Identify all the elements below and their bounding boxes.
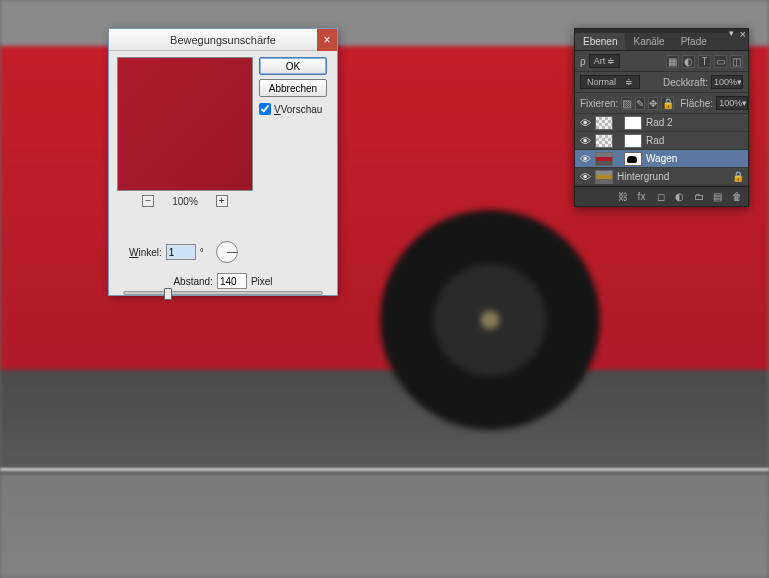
adjustment-icon[interactable]: ◐ xyxy=(673,190,686,203)
panel-head[interactable]: ▾ × xyxy=(575,29,748,33)
lock-pixels-icon[interactable]: ✎ xyxy=(635,97,645,110)
opacity-input[interactable]: 100%▾ xyxy=(711,75,743,89)
motion-blur-dialog: Bewegungsunschärfe × − 100% + OK Abbrech… xyxy=(108,28,338,296)
dialog-close-button[interactable]: × xyxy=(317,29,337,51)
dialog-title-text: Bewegungsunschärfe xyxy=(170,34,276,46)
visibility-icon[interactable]: 👁 xyxy=(579,153,591,165)
tab-layers[interactable]: Ebenen xyxy=(575,33,625,50)
tab-channels[interactable]: Kanäle xyxy=(625,33,672,50)
fill-label: Fläche: xyxy=(680,98,713,109)
angle-input[interactable] xyxy=(166,244,196,260)
visibility-icon[interactable]: 👁 xyxy=(579,117,591,129)
panel-tabs: Ebenen Kanäle Pfade xyxy=(575,33,748,51)
zoom-level-label: 100% xyxy=(172,196,198,207)
canvas-road-line xyxy=(0,468,769,471)
lock-position-icon[interactable]: ✥ xyxy=(648,97,658,110)
search-icon: ρ xyxy=(580,56,586,67)
layer-thumb[interactable] xyxy=(595,134,613,148)
filter-type-icon[interactable]: T xyxy=(698,55,711,68)
layers-panel: ▾ × Ebenen Kanäle Pfade ρ Art≑ ▦ ◐ T ▭ ◫… xyxy=(574,28,749,207)
new-layer-icon[interactable]: ▤ xyxy=(711,190,724,203)
panel-collapse-icon[interactable]: ▾ xyxy=(729,28,734,38)
layer-row[interactable]: 👁 Wagen xyxy=(575,150,748,168)
lock-all-icon[interactable]: 🔒 xyxy=(661,97,674,110)
filter-shape-icon[interactable]: ▭ xyxy=(714,55,727,68)
layer-name[interactable]: Wagen xyxy=(646,153,677,164)
angle-label: Winkel: xyxy=(129,247,162,258)
link-layers-icon[interactable]: ⛓ xyxy=(616,190,629,203)
filter-type-select[interactable]: Art≑ xyxy=(589,54,621,68)
layer-row[interactable]: 👁 Hintergrund 🔒 xyxy=(575,168,748,186)
layer-name[interactable]: Rad 2 xyxy=(646,117,673,128)
lock-transparency-icon[interactable]: ▨ xyxy=(621,97,632,110)
zoom-in-button[interactable]: + xyxy=(216,195,228,207)
layer-thumb[interactable] xyxy=(595,170,613,184)
layer-mask-thumb[interactable] xyxy=(624,152,642,166)
panel-close-icon[interactable]: × xyxy=(740,28,746,40)
panel-footer: ⛓ fx ◻ ◐ 🗀 ▤ 🗑 xyxy=(575,186,748,206)
dialog-titlebar[interactable]: Bewegungsunschärfe × xyxy=(109,29,337,51)
distance-slider-thumb[interactable] xyxy=(164,288,172,300)
angle-dial[interactable] xyxy=(216,241,238,263)
filter-adjust-icon[interactable]: ◐ xyxy=(682,55,695,68)
layer-thumb[interactable] xyxy=(595,116,613,130)
distance-input[interactable] xyxy=(217,273,247,289)
distance-unit: Pixel xyxy=(251,276,273,287)
visibility-icon[interactable]: 👁 xyxy=(579,135,591,147)
lock-label: Fixieren: xyxy=(580,98,618,109)
filter-pixel-icon[interactable]: ▦ xyxy=(666,55,679,68)
filter-smart-icon[interactable]: ◫ xyxy=(730,55,743,68)
tab-paths[interactable]: Pfade xyxy=(673,33,715,50)
layer-mask-thumb[interactable] xyxy=(624,134,642,148)
layer-row[interactable]: 👁 Rad 2 xyxy=(575,114,748,132)
filter-preview[interactable] xyxy=(117,57,253,191)
layer-list: 👁 Rad 2 👁 Rad 👁 Wagen 👁 Hintergrund 🔒 xyxy=(575,114,748,186)
blend-mode-select[interactable]: Normal≑ xyxy=(580,75,640,89)
visibility-icon[interactable]: 👁 xyxy=(579,171,591,183)
zoom-out-button[interactable]: − xyxy=(142,195,154,207)
layer-mask-thumb[interactable] xyxy=(624,116,642,130)
layer-name[interactable]: Rad xyxy=(646,135,664,146)
preview-checkbox-row[interactable]: VVorschau xyxy=(259,103,329,115)
preview-checkbox-label: VVorschau xyxy=(274,104,322,115)
fx-icon[interactable]: fx xyxy=(635,190,648,203)
group-icon[interactable]: 🗀 xyxy=(692,190,705,203)
ok-button[interactable]: OK xyxy=(259,57,327,75)
add-mask-icon[interactable]: ◻ xyxy=(654,190,667,203)
distance-slider[interactable] xyxy=(123,291,323,295)
lock-icon: 🔒 xyxy=(732,171,744,182)
cancel-button[interactable]: Abbrechen xyxy=(259,79,327,97)
angle-unit: ° xyxy=(200,247,204,258)
opacity-label: Deckkraft: xyxy=(663,77,708,88)
trash-icon[interactable]: 🗑 xyxy=(730,190,743,203)
fill-input[interactable]: 100%▾ xyxy=(716,96,748,110)
layer-row[interactable]: 👁 Rad xyxy=(575,132,748,150)
distance-label: Abstand: xyxy=(173,276,212,287)
layer-thumb[interactable] xyxy=(595,152,613,166)
canvas-wheel xyxy=(380,210,600,430)
preview-checkbox[interactable] xyxy=(259,103,271,115)
layer-name[interactable]: Hintergrund xyxy=(617,171,669,182)
